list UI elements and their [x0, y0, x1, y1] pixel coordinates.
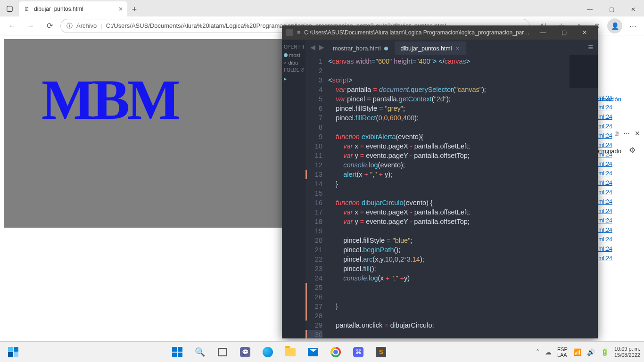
- sublime-logo-icon: [286, 29, 293, 36]
- console-source-link[interactable]: tml:24: [597, 142, 644, 148]
- sublime-tabs: ◀ ▶ mostrar_hora.html dibujar_puntos.htm…: [305, 40, 598, 55]
- chrome-button[interactable]: [326, 343, 346, 362]
- sublime-button[interactable]: S: [371, 343, 391, 362]
- widgets-button[interactable]: [4, 343, 23, 362]
- tab-actions-icon[interactable]: ▢: [0, 0, 19, 16]
- close-tab-icon[interactable]: ×: [119, 5, 123, 13]
- console-source-link[interactable]: tml:24: [597, 208, 644, 214]
- back-button[interactable]: ←: [4, 18, 20, 34]
- profile-avatar[interactable]: 👤: [607, 18, 622, 33]
- browser-tab-strip: ▢ 🗎 dibujar_puntos.html × + — ▢ ✕: [0, 0, 644, 16]
- sublime-title: C:\Users\ASUS\Documents\Alura latam\Logi…: [304, 29, 530, 36]
- start-button[interactable]: [167, 343, 187, 362]
- minimize-button[interactable]: —: [579, 2, 601, 16]
- info-icon[interactable]: ⓘ: [66, 22, 73, 30]
- more-menu-icon[interactable]: ⋯: [625, 18, 640, 33]
- console-source-link[interactable]: tml:24: [597, 255, 644, 262]
- modified-dot-icon: [284, 53, 288, 57]
- sidebar-file-1[interactable]: most: [284, 52, 304, 58]
- tab-next-icon[interactable]: ▶: [319, 43, 324, 51]
- console-source-link[interactable]: tml:24: [597, 95, 644, 101]
- sublime-sidebar[interactable]: OPEN FIL most ×dibu FOLDERS ▸: [282, 40, 305, 338]
- console-source-link[interactable]: tml:24: [597, 123, 644, 130]
- tray-chevron-icon[interactable]: ˄: [536, 348, 539, 356]
- close-tab-icon[interactable]: ×: [456, 45, 460, 52]
- battery-icon[interactable]: 🔋: [601, 348, 609, 356]
- console-source-link[interactable]: tml:24: [597, 132, 644, 139]
- folder-icon: ▸: [284, 75, 287, 82]
- html-canvas[interactable]: MBM: [4, 39, 287, 228]
- sublime-minimize-button[interactable]: —: [534, 29, 553, 36]
- console-source-link[interactable]: tml:24: [597, 246, 644, 252]
- console-source-link[interactable]: tml:24: [597, 180, 644, 186]
- console-source-link[interactable]: tml:24: [597, 227, 644, 233]
- browser-tab[interactable]: 🗎 dibujar_puntos.html ×: [19, 1, 127, 16]
- minimap[interactable]: [570, 55, 598, 88]
- folders-header: FOLDERS: [284, 67, 304, 73]
- task-view-button[interactable]: [213, 343, 232, 362]
- console-source-link[interactable]: tml:24: [597, 151, 644, 158]
- console-source-link[interactable]: tml:24: [597, 170, 644, 177]
- sublime-close-button[interactable]: ✕: [575, 29, 594, 36]
- canvas-drawing: MBM: [41, 67, 178, 132]
- discord-button[interactable]: ⌘: [348, 343, 368, 362]
- modified-dot-icon: [384, 47, 388, 50]
- tab-title: dibujar_puntos.html: [34, 6, 83, 12]
- close-file-icon[interactable]: ×: [284, 60, 287, 66]
- console-source-link[interactable]: tml:24: [597, 236, 644, 243]
- console-source-link[interactable]: tml:24: [597, 198, 644, 205]
- tab-prev-icon[interactable]: ◀: [310, 43, 315, 51]
- console-source-link[interactable]: tml:24: [597, 189, 644, 196]
- editor-tab-2[interactable]: dibujar_puntos.html ×: [395, 41, 466, 55]
- url-source-label: Archivo: [76, 22, 97, 29]
- onedrive-icon[interactable]: ☁: [545, 348, 552, 356]
- maximize-button[interactable]: ▢: [601, 2, 622, 16]
- console-source-link[interactable]: tml:24: [597, 104, 644, 111]
- console-source-link[interactable]: tml:24: [597, 114, 644, 120]
- volume-icon[interactable]: 🔊: [587, 348, 595, 356]
- devtools-console-links: tml:24tml:24tml:24tml:24tml:24tml:24tml:…: [597, 92, 644, 264]
- wifi-icon[interactable]: 📶: [573, 348, 581, 356]
- code-editor[interactable]: 1234567891011121314151617181920212223242…: [305, 55, 598, 338]
- new-tab-button[interactable]: +: [127, 2, 141, 16]
- editor-tab-1[interactable]: mostrar_hora.html: [327, 41, 395, 55]
- tab-menu-icon[interactable]: ≡: [583, 40, 598, 55]
- teams-chat-button[interactable]: 💬: [235, 343, 255, 362]
- folder-item[interactable]: ▸: [284, 75, 304, 82]
- clock[interactable]: 10:09 p. m. 15/08/2022: [614, 346, 640, 358]
- close-window-button[interactable]: ✕: [622, 2, 644, 16]
- console-source-link[interactable]: tml:24: [597, 217, 644, 224]
- sublime-titlebar[interactable]: ≡ C:\Users\ASUS\Documents\Alura latam\Lo…: [282, 25, 598, 40]
- sublime-maximize-button[interactable]: ▢: [554, 29, 573, 36]
- mail-button[interactable]: [303, 343, 323, 362]
- windows-taskbar[interactable]: 🔍 💬 ⌘ S ˄ ☁ ESP LAA 📶 🔊 🔋 10:09 p. m. 15…: [0, 341, 644, 362]
- window-controls: — ▢ ✕: [579, 2, 644, 16]
- edge-button[interactable]: [258, 343, 278, 362]
- language-indicator[interactable]: ESP LAA: [557, 346, 568, 358]
- explorer-button[interactable]: [281, 343, 300, 362]
- reload-button[interactable]: ⟳: [41, 18, 58, 34]
- open-files-header: OPEN FIL: [284, 44, 304, 49]
- sublime-window[interactable]: ≡ C:\Users\ASUS\Documents\Alura latam\Lo…: [282, 25, 598, 338]
- console-source-link[interactable]: tml:24: [597, 161, 644, 167]
- file-icon: 🗎: [24, 6, 30, 12]
- sidebar-file-2[interactable]: ×dibu: [284, 60, 304, 66]
- sublime-menu-icon[interactable]: ≡: [297, 29, 300, 36]
- forward-button: →: [23, 18, 39, 34]
- search-button[interactable]: 🔍: [190, 343, 210, 362]
